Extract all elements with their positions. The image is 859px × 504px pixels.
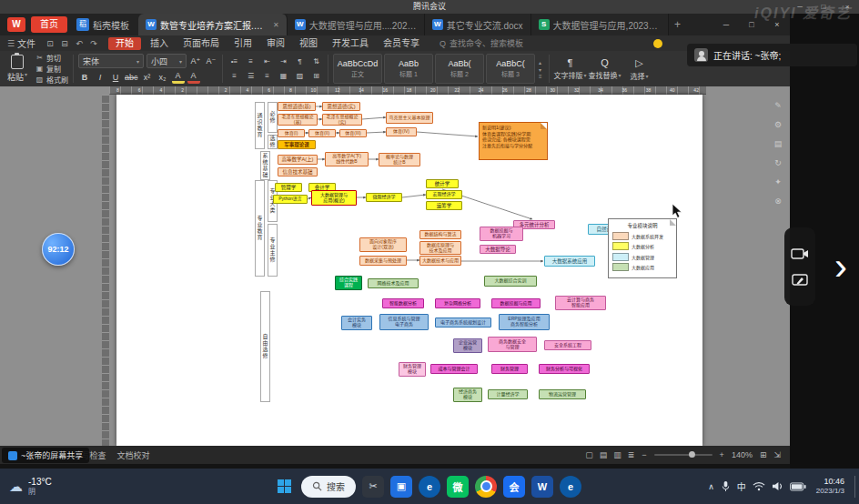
font-name-select[interactable]: 宋体▾ <box>78 54 144 68</box>
meeting-timer-bubble[interactable]: 92:12 <box>42 233 75 266</box>
screen-share-badge[interactable]: ~张帝的屏幕共享 <box>2 448 89 463</box>
bold-button[interactable]: B <box>78 71 91 84</box>
menu-developer[interactable]: 开发工具 <box>325 37 376 50</box>
clock[interactable]: 10:46 2023/1/3 <box>813 477 844 496</box>
decrease-indent-button[interactable]: ⇤ <box>260 55 274 67</box>
read-mode-button[interactable]: ▢ <box>585 450 593 459</box>
strikethrough-button[interactable]: abc <box>125 71 138 84</box>
battery-icon[interactable] <box>790 482 806 491</box>
align-right-button[interactable]: ≡ <box>260 70 274 82</box>
line-spacing-button[interactable]: ⇅ <box>309 55 323 67</box>
format-painter-button[interactable]: ▨格式刷 <box>35 75 68 85</box>
superscript-button[interactable]: x² <box>141 71 154 84</box>
paste-button[interactable]: 粘贴▾ <box>4 53 31 85</box>
font-size-select[interactable]: 小四▾ <box>147 54 187 68</box>
align-center-button[interactable]: ☰ <box>244 70 258 82</box>
borders-button[interactable]: ⊞ <box>309 70 323 82</box>
snipping-tool-icon[interactable]: ✂ <box>362 476 384 498</box>
document-tab[interactable]: W其它专业交流.docx <box>425 14 531 35</box>
document-tab[interactable]: S大数据管理与应用,20230103 <box>531 14 669 35</box>
close-tab-icon[interactable]: ✕ <box>273 21 279 29</box>
zoom-slider[interactable] <box>654 454 712 456</box>
increase-font-button[interactable]: A⁺ <box>189 55 202 67</box>
zoom-out-button[interactable]: − <box>642 450 646 459</box>
weather-widget[interactable]: ☁ -13°C 阴 <box>0 469 61 504</box>
menu-membership[interactable]: 会员专享 <box>376 37 427 50</box>
close-tool-icon[interactable]: ⊗ <box>774 197 782 206</box>
start-button[interactable] <box>273 476 295 498</box>
edit-tool-icon[interactable]: ✎ <box>774 101 782 110</box>
expand-panel-chevron[interactable]: › <box>824 227 857 306</box>
redo-button[interactable]: ↷ <box>86 39 101 48</box>
tencent-meeting-icon[interactable]: 会 <box>503 476 525 498</box>
menu-insert[interactable]: 插入 <box>143 37 176 50</box>
zoom-percent[interactable]: 140% <box>732 450 753 459</box>
microphone-icon[interactable] <box>721 480 731 492</box>
meeting-close-button[interactable]: × <box>835 0 859 14</box>
wifi-icon[interactable] <box>753 481 765 491</box>
zoom-in-button[interactable]: + <box>720 450 724 459</box>
file-menu[interactable]: ☰ 文件 <box>0 36 43 50</box>
cut-button[interactable]: ✂剪切 <box>35 53 68 63</box>
menu-references[interactable]: 引用 <box>227 37 259 50</box>
taskbar-search[interactable]: 搜索 <box>301 476 356 498</box>
wps-logo-icon[interactable]: W <box>7 17 25 32</box>
wps-close-button[interactable]: × <box>764 14 790 35</box>
web-layout-button[interactable]: ▥ <box>613 450 622 459</box>
refresh-tool-icon[interactable]: ↻ <box>774 158 782 167</box>
save-button[interactable]: ⊡ <box>43 39 57 48</box>
subscript-button[interactable]: x₂ <box>157 71 169 84</box>
show-desktop-strip[interactable] <box>854 476 857 498</box>
paragraph-mark-button[interactable]: ¶ <box>293 55 307 67</box>
underline-button[interactable]: U <box>109 71 122 84</box>
wps-minimize-button[interactable]: ─ <box>713 14 739 35</box>
gallery-down-icon[interactable]: ▾ <box>539 66 542 73</box>
volume-icon[interactable] <box>772 481 783 491</box>
layout-tool-icon[interactable]: ▤ <box>774 139 783 148</box>
copy-button[interactable]: ▣复制 <box>35 64 68 74</box>
home-tab[interactable]: 首页 <box>31 16 67 33</box>
edge-icon[interactable]: e <box>560 476 581 498</box>
style-标题 3[interactable]: AaBbC(标题 3 <box>486 54 535 84</box>
menu-review[interactable]: 审阅 <box>259 37 292 50</box>
tray-expand-icon[interactable]: ∧ <box>708 482 714 491</box>
gallery-more-icon[interactable]: ≡ <box>539 74 542 79</box>
document-tab[interactable]: W大数据管理与应用....20230103 <box>288 14 425 35</box>
wps-maximize-button[interactable]: □ <box>739 14 764 35</box>
increase-indent-button[interactable]: ⇥ <box>277 55 290 67</box>
italic-button[interactable]: I <box>94 71 106 84</box>
numbered-list-button[interactable]: ≡ <box>244 55 258 67</box>
outline-view-button[interactable]: ≣ <box>628 450 635 459</box>
document-page[interactable]: 通识教育必修选修系统基础专业教育专业大类专业主修自由选修 思想道德(基)思想道德… <box>116 95 702 446</box>
meeting-maximize-button[interactable]: □ <box>812 0 835 14</box>
chrome-icon[interactable] <box>475 476 497 498</box>
shading-button[interactable]: ▨ <box>293 70 307 82</box>
style-标题 1[interactable]: AaBb标题 1 <box>384 54 433 84</box>
menu-page-layout[interactable]: 页面布局 <box>176 37 227 50</box>
effects-tool-icon[interactable]: ✦ <box>774 177 782 186</box>
fullscreen-button[interactable]: ⇲ <box>773 450 781 459</box>
distribute-text-button[interactable]: ▦ <box>277 70 290 82</box>
text-layout-button[interactable]: ¶文字排版▾ <box>554 53 587 85</box>
font-color-button[interactable]: A <box>187 71 200 84</box>
ime-indicator[interactable]: 中 <box>737 479 746 493</box>
highlight-color-button[interactable]: A <box>172 71 185 84</box>
bullet-list-button[interactable]: •≡ <box>227 55 241 67</box>
gallery-up-icon[interactable]: ▴ <box>539 59 542 66</box>
fit-page-button[interactable]: ⊞ <box>760 450 767 459</box>
docer-tab[interactable]: 稻 稻壳模板 <box>76 18 129 32</box>
ribbon-search[interactable]: Q 查找命令、搜索模板 <box>440 37 523 49</box>
document-tab[interactable]: W数管专业培养方案汇报.docx✕ <box>138 14 288 35</box>
proofread-button[interactable]: 文档校对 <box>117 449 150 461</box>
speaking-indicator[interactable]: 正在讲话: ~张帝; <box>687 44 857 66</box>
menu-start[interactable]: 开始 <box>108 37 141 50</box>
meeting-minimize-button[interactable]: ─ <box>788 0 812 14</box>
new-tab-button[interactable]: + <box>669 18 687 31</box>
menu-view[interactable]: 视图 <box>292 37 325 50</box>
camera-button[interactable] <box>791 247 809 261</box>
user-avatar[interactable] <box>653 39 662 48</box>
select-button[interactable]: ▷选择▾ <box>623 53 656 85</box>
annotate-button[interactable] <box>792 273 808 287</box>
style-标题 2[interactable]: AaBb(标题 2 <box>435 54 484 84</box>
edge-browser-icon[interactable]: e <box>419 476 440 498</box>
